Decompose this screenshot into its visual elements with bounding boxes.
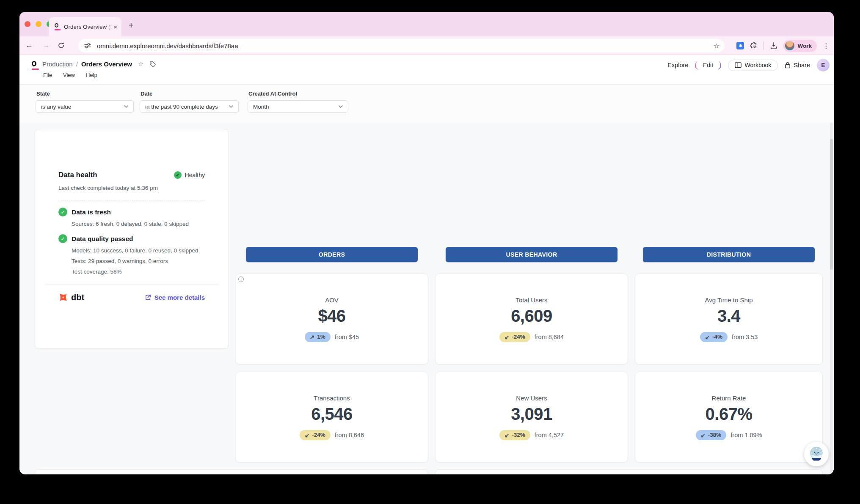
edit-button[interactable]: Edit bbox=[695, 61, 721, 70]
dbt-logo: dbt bbox=[58, 293, 84, 302]
kpi-from: from 8,684 bbox=[535, 334, 564, 340]
delta-badge: ↙-24% bbox=[499, 332, 530, 342]
kpi-value: 3.4 bbox=[717, 307, 740, 326]
trend-arrow-icon: ↙ bbox=[504, 334, 509, 340]
tag-icon[interactable] bbox=[149, 61, 156, 67]
site-settings-icon[interactable] bbox=[84, 43, 91, 49]
revenue-chart-card: Revenue 90 Days PreviousCurrent Period $… bbox=[35, 469, 428, 474]
menu-view[interactable]: View bbox=[63, 72, 75, 78]
extension-blue-icon[interactable]: ✱ bbox=[736, 42, 744, 49]
page-title: Orders Overview bbox=[81, 60, 132, 68]
chevron-down-icon bbox=[124, 105, 128, 108]
filter-created-at: Created At Control Month bbox=[248, 90, 348, 113]
kpi-value: 6,609 bbox=[511, 307, 552, 326]
reload-icon[interactable] bbox=[58, 42, 65, 49]
omni-logo[interactable] bbox=[32, 61, 39, 70]
browser-profile-chip[interactable]: Work bbox=[783, 40, 817, 52]
kpi-label: Avg Time to Ship bbox=[705, 296, 752, 304]
breadcrumb-folder[interactable]: Production bbox=[42, 60, 73, 68]
trend-arrow-icon: ↙ bbox=[701, 432, 706, 438]
app-menu-bar: File View Help bbox=[43, 72, 97, 78]
tab-search-chevron-icon[interactable] bbox=[821, 22, 826, 25]
breadcrumb: Production / Orders Overview ☆ bbox=[42, 60, 156, 68]
workbook-button[interactable]: Workbook bbox=[728, 60, 778, 71]
back-icon[interactable]: ← bbox=[23, 41, 36, 50]
section-header-orders: ORDERS bbox=[246, 247, 418, 262]
delta-badge: ↙-38% bbox=[696, 430, 727, 440]
user-avatar[interactable]: E bbox=[817, 59, 830, 71]
section-header-distribution: DISTRIBUTION bbox=[643, 247, 815, 262]
browser-tab[interactable]: Orders Overview (Dashboard × bbox=[49, 17, 121, 36]
header-actions: Explore Edit Workbook Share E bbox=[667, 59, 830, 71]
trend-arrow-icon: ↙ bbox=[305, 432, 309, 438]
trend-arrow-icon: ↗ bbox=[310, 334, 314, 340]
kpi-card-total-users: Total Users 6,609 ↙-24% from 8,684 bbox=[435, 274, 628, 364]
filter-date-select[interactable]: in the past 90 complete days bbox=[140, 100, 239, 113]
kpi-card-aov: i AOV $46 ↗1% from $45 bbox=[235, 274, 428, 364]
health-status-badge: ✓ Healthy bbox=[174, 171, 205, 179]
delta-badge: ↙-32% bbox=[499, 430, 530, 440]
kpi-label: Total Users bbox=[515, 296, 547, 304]
divider bbox=[45, 284, 218, 285]
minimize-window-button[interactable] bbox=[36, 21, 41, 27]
assistant-mascot-button[interactable] bbox=[804, 442, 829, 466]
scrollbar-thumb[interactable] bbox=[830, 139, 833, 270]
info-icon[interactable]: i bbox=[238, 277, 244, 282]
tab-close-icon[interactable]: × bbox=[113, 24, 117, 30]
filter-bar: State is any value Date in the past 90 c… bbox=[19, 85, 834, 123]
kpi-value: $46 bbox=[318, 307, 345, 326]
kpi-value: 0.67% bbox=[706, 405, 752, 424]
new-tab-button[interactable]: + bbox=[129, 21, 134, 30]
sources-detail: Sources: 6 fresh, 0 delayed, 0 stale, 0 … bbox=[72, 221, 205, 227]
check-data-quality: ✓ Data quality passed Models: 10 success… bbox=[58, 234, 205, 275]
data-health-title: Data health bbox=[58, 171, 97, 179]
downloads-icon[interactable] bbox=[770, 42, 777, 49]
kpi-label: AOV bbox=[325, 296, 339, 304]
menu-help[interactable]: Help bbox=[86, 72, 97, 78]
browser-menu-icon[interactable]: ⋮ bbox=[823, 42, 830, 50]
filter-state-select[interactable]: is any value bbox=[36, 100, 134, 113]
external-link-icon bbox=[145, 294, 151, 301]
data-health-card: Data health ✓ Healthy Last check complet… bbox=[35, 129, 229, 349]
check-data-fresh: ✓ Data is fresh Sources: 6 fresh, 0 dela… bbox=[58, 208, 205, 227]
dbt-icon bbox=[58, 293, 68, 302]
kpi-card-return-rate: Return Rate 0.67% ↙-38% from 1.09% bbox=[635, 372, 823, 463]
favorite-star-icon[interactable]: ☆ bbox=[138, 60, 143, 68]
healthy-seal-icon: ✓ bbox=[174, 171, 182, 179]
tests-detail: Tests: 29 passed, 0 warnings, 0 errors bbox=[72, 258, 205, 264]
kpi-label: Return Rate bbox=[712, 394, 746, 402]
browser-window: Orders Overview (Dashboard × + ← → omni.… bbox=[19, 12, 834, 474]
kpi-from: from $45 bbox=[335, 334, 359, 340]
kpi-value: 3,091 bbox=[511, 405, 552, 424]
last-check-text: Last check completed today at 5:36 pm bbox=[58, 185, 205, 191]
extensions-puzzle-icon[interactable] bbox=[750, 42, 758, 49]
forward-icon[interactable]: → bbox=[40, 41, 52, 50]
toolbar-separator bbox=[764, 42, 764, 49]
kpi-card-new-users: New Users 3,091 ↙-32% from 4,527 bbox=[435, 372, 628, 463]
bookmark-star-icon[interactable]: ☆ bbox=[714, 42, 719, 50]
filter-state: State is any value bbox=[36, 90, 134, 113]
url-text[interactable]: omni.demo.exploreomni.dev/dashboards/f3f… bbox=[97, 42, 714, 49]
tab-title: Orders Overview (Dashboard bbox=[64, 24, 113, 30]
kpi-card-avg-time-to-ship: Avg Time to Ship 3.4 ↙-4% from 3.53 bbox=[635, 274, 823, 364]
close-window-button[interactable] bbox=[25, 21, 30, 27]
url-bar[interactable]: omni.demo.exploreomni.dev/dashboards/f3f… bbox=[78, 39, 725, 52]
delta-badge: ↗1% bbox=[305, 332, 331, 342]
filter-date-label: Date bbox=[141, 90, 239, 97]
explore-button[interactable]: Explore bbox=[667, 62, 688, 68]
kpi-from: from 3.53 bbox=[732, 334, 758, 340]
filter-created-at-select[interactable]: Month bbox=[248, 100, 348, 113]
coverage-detail: Test coverage: 56% bbox=[72, 268, 205, 275]
trend-arrow-icon: ↙ bbox=[504, 432, 509, 438]
trend-arrow-icon: ↙ bbox=[705, 334, 710, 340]
dashed-divider bbox=[58, 200, 205, 200]
share-button[interactable]: Share bbox=[785, 62, 810, 68]
menu-file[interactable]: File bbox=[43, 72, 52, 78]
delta-badge: ↙-24% bbox=[300, 430, 331, 440]
kpi-card-transactions: Transactions 6,546 ↙-24% from 8,646 bbox=[235, 372, 428, 463]
snow-globe-icon bbox=[807, 445, 826, 463]
delta-badge: ↙-4% bbox=[700, 332, 728, 342]
see-more-details-link[interactable]: See more details bbox=[145, 294, 205, 301]
check-circle-icon: ✓ bbox=[58, 234, 67, 243]
kpi-label: New Users bbox=[516, 394, 547, 402]
